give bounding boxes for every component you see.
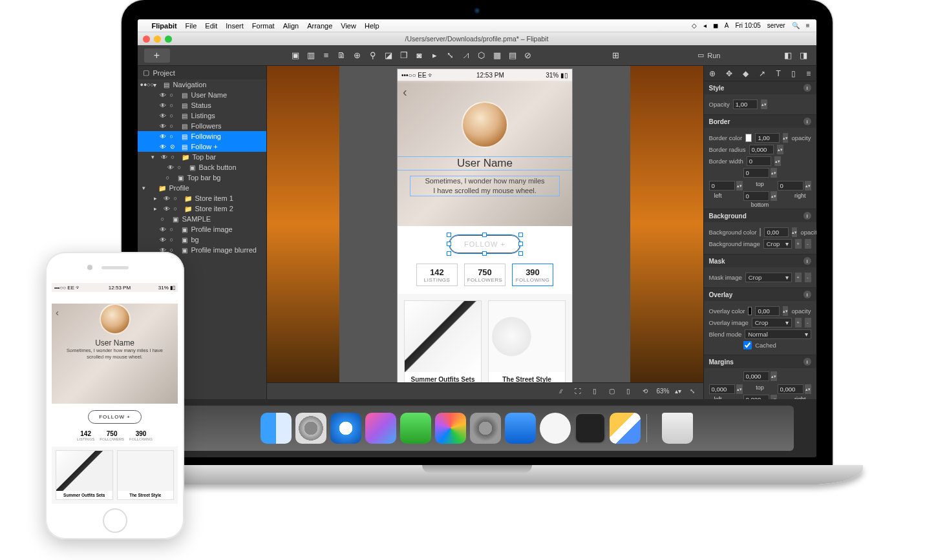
tool-web-icon[interactable]: ⊕	[351, 49, 364, 62]
tool-list-icon[interactable]: ▥	[304, 49, 317, 62]
menu-format[interactable]: Format	[252, 22, 275, 30]
phone-home-button[interactable]	[103, 508, 127, 533]
device-preview[interactable]: •••○○ EE ᯤ 12:53 PM 31% ▮▯ ‹ User Name S…	[398, 69, 572, 382]
phone-stat-following[interactable]: 390FOLLOWING	[129, 430, 153, 441]
menu-file[interactable]: File	[186, 22, 197, 30]
menu-view[interactable]: View	[341, 22, 356, 30]
bg-image-select[interactable]: Crop▾	[763, 239, 792, 249]
tool-text-icon[interactable]: ≡	[320, 49, 333, 62]
tool-grid-icon[interactable]: ▤	[506, 49, 519, 62]
tool-chart-icon[interactable]: ⤡	[444, 49, 457, 62]
tool-check-icon[interactable]: ⊘	[522, 49, 535, 62]
back-icon[interactable]: ‹	[403, 85, 407, 99]
insp-tab-geometry-icon[interactable]: ⊕	[709, 69, 716, 78]
blend-select[interactable]: Normal▾	[745, 329, 811, 339]
outline-bg[interactable]: 👁○▣bg	[138, 234, 266, 245]
dock-flipabit-icon[interactable]	[610, 413, 641, 444]
outline-store1[interactable]: ▸👁○📁Store item 1	[138, 193, 266, 203]
border-width-input[interactable]	[747, 156, 771, 166]
dock-terminal-icon[interactable]	[575, 413, 606, 444]
menu-align[interactable]: Align	[283, 22, 299, 30]
insp-tab-move-icon[interactable]: ✥	[726, 69, 732, 78]
outline-item-listings[interactable]: 👁○▤Listings	[138, 110, 266, 121]
dock-finder-icon[interactable]	[261, 413, 292, 444]
insp-tab-data-icon[interactable]: ▯	[791, 69, 796, 78]
outline-profile[interactable]: ▾📁Profile	[138, 183, 266, 193]
menu-app[interactable]: Flipabit	[152, 22, 177, 30]
outline-item-following[interactable]: 👁○▤Following	[138, 131, 266, 141]
dock-trash-icon[interactable]	[662, 413, 693, 444]
outline-navigation[interactable]: ●●○○▾▤Navigation	[138, 79, 266, 90]
volume-icon[interactable]: ◂	[703, 22, 707, 29]
outline-item-username[interactable]: 👁○▤User Name	[138, 90, 266, 100]
avatar[interactable]	[462, 101, 508, 148]
dock-settings-icon[interactable]	[470, 413, 501, 444]
insp-tab-db-icon[interactable]: ≡	[806, 69, 811, 78]
panel-right-icon[interactable]: ◨	[797, 49, 810, 62]
menubar-user[interactable]: server	[767, 22, 785, 29]
tool-map-icon[interactable]: ⚲	[367, 49, 379, 62]
phone-avatar[interactable]	[100, 304, 131, 335]
dock-facetime-icon[interactable]	[400, 413, 431, 444]
tool-camera-icon[interactable]: ◙	[413, 49, 426, 62]
bg-color-swatch[interactable]	[760, 228, 761, 236]
tool-stack-icon[interactable]: ❐	[398, 49, 410, 62]
stat-listings[interactable]: 142LISTINGS	[416, 264, 458, 286]
outline-sample[interactable]: ○▣SAMPLE	[138, 214, 266, 224]
dock-safari-icon[interactable]	[330, 413, 361, 444]
menu-arrange[interactable]: Arrange	[307, 22, 332, 30]
phone-follow-button[interactable]: FOLLOW +	[88, 410, 142, 424]
tool-video-icon[interactable]: ▸	[429, 49, 442, 62]
border-color-swatch[interactable]	[745, 134, 752, 142]
outline-store2[interactable]: ▸👁○📁Store item 2	[138, 203, 266, 214]
outline-topbar-bg[interactable]: ○▣Top bar bg	[138, 172, 266, 183]
tool-3d-icon[interactable]: ⬡	[475, 49, 488, 62]
follow-button[interactable]: FOLLOW +	[449, 235, 520, 253]
panel-left-icon[interactable]: ◧	[782, 49, 794, 62]
tool-button-icon[interactable]: ◪	[382, 49, 395, 62]
minus-button[interactable]: -	[805, 239, 811, 249]
outline-topbar[interactable]: ▾👁○📁Top bar	[138, 152, 266, 162]
overlay-image-select[interactable]: Crop▾	[752, 318, 792, 327]
hatch-icon[interactable]: ⫽	[555, 386, 567, 397]
cached-checkbox[interactable]	[743, 341, 752, 349]
fit-icon[interactable]: ⛶	[572, 386, 584, 397]
add-button[interactable]: +	[144, 48, 170, 63]
phone-back-icon[interactable]: ‹	[56, 307, 59, 318]
zoom-stepper-icon[interactable]: ▴▾	[675, 388, 681, 395]
outline-back-button[interactable]: 👁○▣Back button	[138, 162, 266, 172]
opacity-input[interactable]	[733, 99, 758, 109]
wifi-icon[interactable]: ◇	[692, 22, 697, 29]
insp-tab-style-icon[interactable]: ◆	[743, 69, 749, 78]
card-2[interactable]: The Street Style	[488, 300, 566, 382]
phone-card-1[interactable]: Summer Outfits Sets	[56, 450, 113, 500]
mac-dock[interactable]	[160, 406, 794, 451]
card-1[interactable]: Summer Outfits Sets	[404, 300, 482, 382]
device-portrait-icon[interactable]: ▯	[589, 386, 601, 397]
device-tablet-icon[interactable]: ▢	[606, 386, 617, 397]
menubar-clock[interactable]: Fri 10:05	[735, 22, 760, 29]
window-titlebar[interactable]: /Users/server/Downloads/profile.pma* – F…	[138, 32, 816, 45]
dock-xcode-icon[interactable]	[505, 413, 536, 444]
outline-profile-image[interactable]: 👁○▣Profile image	[138, 224, 266, 234]
zoom-value[interactable]: 63%	[656, 388, 669, 395]
canvas-area[interactable]: •••○○ EE ᯤ 12:53 PM 31% ▮▯ ‹ User Name S…	[267, 66, 703, 399]
outline-item-followers[interactable]: 👁○▤Followers	[138, 121, 266, 131]
run-button[interactable]: ▭Run	[697, 51, 720, 59]
outline-item-status[interactable]: 👁○▤Status	[138, 100, 266, 110]
collapse-icon[interactable]: ⤡	[686, 386, 698, 397]
mask-select[interactable]: Crop▾	[745, 273, 792, 282]
overlay-color-swatch[interactable]	[748, 307, 752, 315]
dock-github-icon[interactable]	[540, 413, 571, 444]
menu-edit[interactable]: Edit	[205, 22, 217, 30]
spotlight-icon[interactable]: 🔍	[792, 22, 800, 29]
menu-list-icon[interactable]: ≡	[806, 22, 810, 29]
phone-card-2[interactable]: The Street Style	[117, 450, 175, 500]
input-icon[interactable]: A	[725, 22, 729, 29]
tool-image-icon[interactable]: ▣	[289, 49, 302, 62]
inspector-panel[interactable]: ⊕ ✥ ◆ ↗ T ▯ ≡ Stylei Opacity▴▾ Borderi B…	[703, 66, 816, 399]
tool-calendar-icon[interactable]: ▦	[491, 49, 504, 62]
inspector-tabs[interactable]: ⊕ ✥ ◆ ↗ T ▯ ≡	[704, 66, 816, 81]
tool-graph-icon[interactable]: ⩘	[460, 49, 473, 62]
device-username[interactable]: User Name	[398, 157, 572, 170]
